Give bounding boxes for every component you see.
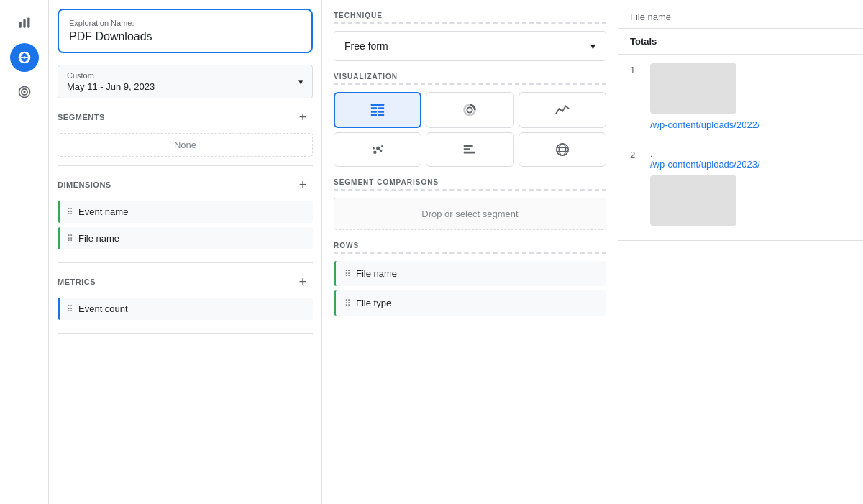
visualization-section: VISUALIZATION [334, 73, 606, 167]
middle-panel: TECHNIQUE Free form ▾ VISUALIZATION [322, 0, 618, 504]
date-range-label: Custom [67, 71, 155, 80]
add-segment-button[interactable]: + [293, 107, 313, 127]
svg-rect-0 [19, 22, 21, 27]
svg-point-22 [380, 150, 383, 152]
nav-target[interactable] [10, 78, 39, 106]
result-path[interactable]: /wp-content/uploads/2023/ [650, 159, 851, 170]
dimension-file-name[interactable]: ⠿ File name [58, 227, 313, 249]
result-thumbnail [650, 63, 736, 114]
result-content: . /wp-content/uploads/2023/ [650, 148, 851, 232]
svg-point-20 [376, 146, 380, 150]
add-metric-button[interactable]: + [293, 272, 313, 292]
svg-rect-14 [371, 114, 377, 116]
drag-handle-icon: ⠿ [67, 234, 73, 244]
svg-rect-15 [378, 114, 384, 116]
svg-rect-1 [23, 19, 25, 28]
result-index: 2 [630, 150, 641, 160]
drag-handle-icon: ⠿ [344, 298, 350, 308]
svg-point-19 [373, 150, 377, 154]
svg-rect-9 [371, 104, 384, 106]
segment-comparisons-section: SEGMENT COMPARISONS Drop or select segme… [334, 178, 606, 230]
table-viz-button[interactable] [334, 92, 421, 128]
drag-handle-icon: ⠿ [67, 304, 73, 314]
row-label: File type [356, 298, 391, 308]
chevron-down-icon: ▾ [590, 40, 595, 52]
metric-label: Event count [78, 303, 128, 314]
svg-rect-10 [371, 107, 377, 109]
svg-point-27 [557, 144, 569, 156]
line-viz-button[interactable] [519, 92, 606, 128]
exploration-label: Exploration Name: [69, 19, 301, 27]
row-label: File name [356, 268, 397, 279]
chevron-down-icon: ▾ [298, 76, 303, 87]
technique-select[interactable]: Free form ▾ [334, 31, 606, 61]
metrics-title: METRICS [58, 278, 96, 286]
drag-handle-icon: ⠿ [67, 207, 73, 217]
svg-rect-26 [464, 152, 475, 154]
svg-rect-2 [27, 18, 29, 28]
dimensions-title: DIMENSIONS [58, 180, 111, 189]
svg-point-8 [23, 91, 25, 93]
dimension-label: File name [78, 233, 119, 244]
technique-value: Free form [344, 40, 388, 52]
dimension-event-name[interactable]: ⠿ Event name [58, 201, 313, 223]
date-range-value: May 11 - Jun 9, 2023 [67, 81, 155, 92]
segment-drop-zone[interactable]: Drop or select segment [334, 198, 606, 230]
visualization-title: VISUALIZATION [334, 73, 606, 85]
dimensions-section: DIMENSIONS + ⠿ Event name ⠿ File name [58, 175, 313, 263]
rows-section: ROWS ⠿ File name ⠿ File type [334, 242, 606, 320]
sidebar-panel: Exploration Name: PDF Downloads Custom M… [49, 0, 322, 504]
svg-rect-24 [464, 145, 473, 147]
row-file-name[interactable]: ⠿ File name [334, 261, 606, 286]
svg-point-5 [23, 56, 25, 58]
scatter-viz-button[interactable] [334, 132, 421, 167]
row-file-type[interactable]: ⠿ File type [334, 290, 606, 316]
svg-point-23 [381, 145, 383, 147]
technique-section: TECHNIQUE Free form ▾ [334, 12, 606, 61]
svg-rect-12 [371, 111, 377, 113]
bar-horizontal-viz-button[interactable] [426, 132, 513, 167]
technique-title: TECHNIQUE [334, 12, 606, 24]
nav-analytics[interactable] [10, 43, 39, 72]
date-range-select[interactable]: Custom May 11 - Jun 9, 2023 ▾ [58, 65, 313, 98]
exploration-name: PDF Downloads [69, 30, 301, 43]
result-row-1: 1 /wp-content/uploads/2022/ [618, 55, 863, 139]
segment-comparisons-title: SEGMENT COMPARISONS [334, 178, 606, 191]
result-thumbnail [650, 175, 736, 226]
svg-point-21 [373, 147, 375, 150]
result-path[interactable]: /wp-content/uploads/2022/ [650, 119, 851, 130]
metric-event-count[interactable]: ⠿ Event count [58, 298, 313, 320]
svg-rect-25 [464, 148, 470, 150]
result-content: /wp-content/uploads/2022/ [650, 63, 851, 130]
drag-handle-icon: ⠿ [344, 269, 350, 279]
result-row-2: 2 . /wp-content/uploads/2023/ [618, 139, 863, 241]
left-nav [0, 0, 49, 504]
rows-title: ROWS [334, 242, 606, 254]
donut-viz-button[interactable] [426, 92, 513, 128]
segments-none[interactable]: None [58, 133, 313, 157]
svg-rect-11 [378, 107, 384, 109]
svg-point-18 [467, 107, 472, 112]
result-index: 1 [630, 65, 641, 75]
exploration-card: Exploration Name: PDF Downloads [58, 9, 313, 53]
nav-bar-chart[interactable] [10, 9, 39, 37]
svg-point-28 [559, 144, 565, 156]
metrics-section: METRICS + ⠿ Event count [58, 272, 313, 334]
add-dimension-button[interactable]: + [293, 175, 313, 195]
globe-viz-button[interactable] [519, 132, 606, 167]
right-panel: File name Totals 1 /wp-content/uploads/2… [618, 0, 863, 504]
right-panel-totals: Totals [618, 29, 863, 55]
result-dot: . [650, 148, 851, 159]
dimension-label: Event name [78, 206, 128, 217]
visualization-grid [334, 92, 606, 167]
right-panel-column-header: File name [618, 0, 863, 29]
svg-rect-13 [378, 111, 384, 113]
date-section: Custom May 11 - Jun 9, 2023 ▾ [58, 65, 313, 98]
segments-title: SEGMENTS [58, 113, 105, 122]
segments-section: SEGMENTS + None [58, 107, 313, 166]
